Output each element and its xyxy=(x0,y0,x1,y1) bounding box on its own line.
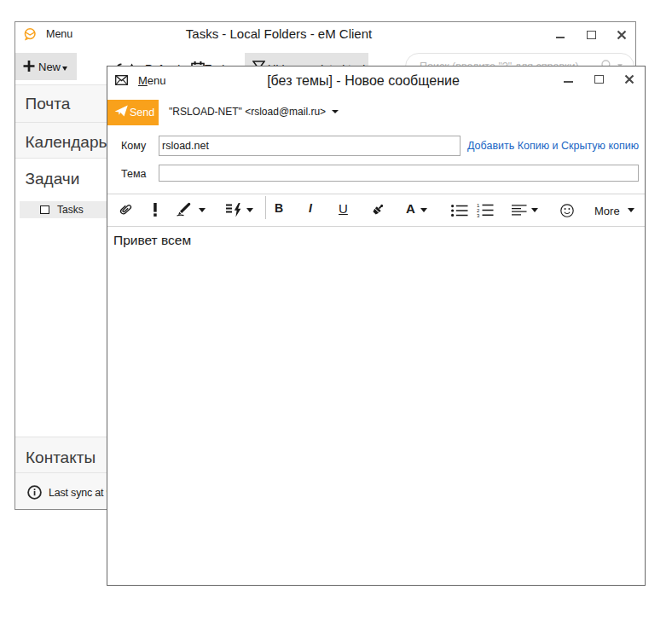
svg-text:3: 3 xyxy=(477,213,480,217)
